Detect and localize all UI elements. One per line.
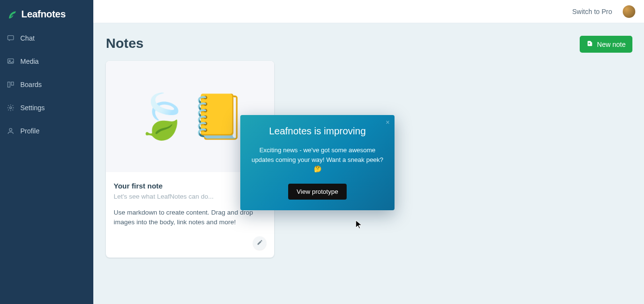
new-note-button[interactable]: New note xyxy=(580,36,632,53)
avatar[interactable] xyxy=(623,5,635,18)
brand-logo[interactable]: Leafnotes xyxy=(0,6,93,29)
note-description: Use markdown to create content. Drag and… xyxy=(114,208,266,228)
plus-note-icon xyxy=(586,40,593,48)
sidebar-item-profile[interactable]: Profile xyxy=(0,122,93,140)
sidebar-item-boards[interactable]: Boards xyxy=(0,76,93,93)
switch-to-pro-link[interactable]: Switch to Pro xyxy=(572,8,612,15)
pencil-icon xyxy=(257,239,263,247)
brand-name: Leafnotes xyxy=(21,9,66,20)
sidebar-item-media[interactable]: Media xyxy=(0,53,93,70)
sidebar-item-label: Profile xyxy=(20,127,40,135)
leaves-emoji: 🍃 xyxy=(135,91,189,142)
close-icon[interactable]: × xyxy=(386,119,390,126)
page-title: Notes xyxy=(106,36,631,51)
gear-icon xyxy=(7,104,15,112)
notebook-emoji: 📒 xyxy=(191,91,245,142)
sidebar: Leafnotes Chat Media Boards Settings Pro… xyxy=(0,0,93,304)
modal-text: Exciting news - we've got some awesome u… xyxy=(250,145,385,174)
top-header: Switch to Pro xyxy=(93,0,644,23)
sidebar-item-label: Settings xyxy=(20,104,45,112)
svg-rect-3 xyxy=(8,82,10,87)
modal-title: Leafnotes is improving xyxy=(250,126,385,137)
announcement-modal: × Leafnotes is improving Exciting news -… xyxy=(240,115,395,210)
svg-point-6 xyxy=(9,129,12,131)
edit-note-button[interactable] xyxy=(253,236,266,250)
svg-rect-4 xyxy=(11,82,14,86)
svg-rect-0 xyxy=(8,36,14,40)
boards-icon xyxy=(7,81,15,88)
sidebar-item-settings[interactable]: Settings xyxy=(0,99,93,116)
view-prototype-button[interactable]: View prototype xyxy=(288,184,347,200)
sidebar-item-label: Chat xyxy=(20,34,35,42)
sidebar-item-label: Boards xyxy=(20,81,42,88)
leaf-icon xyxy=(7,9,17,20)
sidebar-item-label: Media xyxy=(20,58,39,65)
user-icon xyxy=(7,127,15,135)
sidebar-item-chat[interactable]: Chat xyxy=(0,29,93,47)
new-note-label: New note xyxy=(597,41,626,48)
image-icon xyxy=(7,58,15,65)
svg-point-5 xyxy=(10,107,12,109)
chat-icon xyxy=(7,34,15,42)
